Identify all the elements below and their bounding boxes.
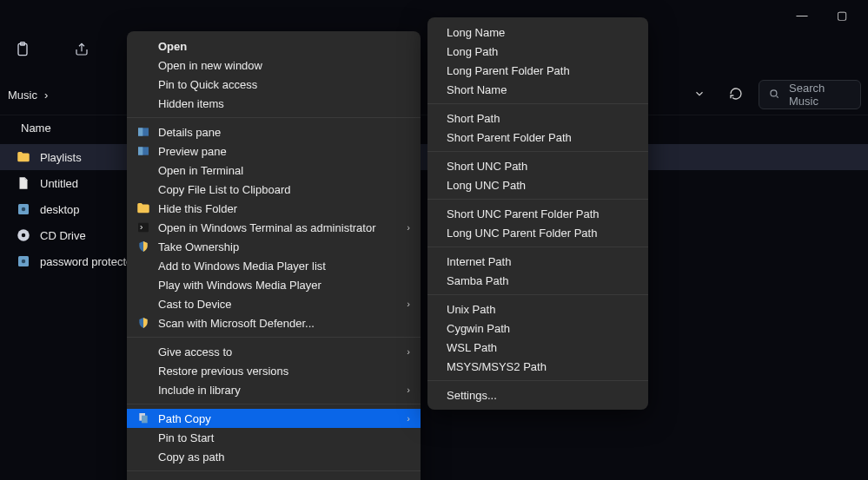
svg-rect-12 <box>138 147 142 155</box>
clipboard-button[interactable] <box>10 38 35 62</box>
menu-item[interactable]: Short Path <box>427 108 648 128</box>
menu-item-label: Preview pane <box>158 145 227 158</box>
config-icon <box>16 253 31 269</box>
menu-item-label: Long UNC Path <box>447 179 526 192</box>
menu-separator <box>427 151 648 152</box>
menu-item[interactable]: Unix Path <box>427 299 648 319</box>
menu-item[interactable]: Settings... <box>427 385 648 404</box>
menu-item[interactable]: Hide this Folder <box>127 199 421 218</box>
menu-item[interactable]: Short UNC Parent Folder Path <box>427 204 648 223</box>
menu-item-label: Short Path <box>447 112 500 125</box>
svg-point-4 <box>22 207 26 212</box>
menu-item-label: Short Parent Folder Path <box>447 131 572 144</box>
refresh-icon <box>729 87 743 103</box>
list-item-label: Playlists <box>40 151 82 164</box>
menu-item[interactable]: Cygwin Path <box>427 319 648 338</box>
menu-item-label: Details pane <box>158 126 221 139</box>
menu-item[interactable]: Path Copy› <box>127 409 421 428</box>
menu-separator <box>427 294 648 295</box>
menu-item-label: Short UNC Parent Folder Path <box>447 207 600 220</box>
minimize-button[interactable]: — <box>783 4 821 25</box>
menu-item[interactable]: Play with Windows Media Player <box>127 275 421 294</box>
menu-separator <box>427 103 648 104</box>
search-input[interactable]: Search Music <box>759 80 861 109</box>
menu-item[interactable]: Hidden items <box>127 94 421 113</box>
menu-item[interactable]: Take Ownership <box>127 237 421 256</box>
menu-separator <box>127 470 421 471</box>
maximize-icon: ▢ <box>837 9 847 22</box>
menu-item-label: Hidden items <box>158 97 224 110</box>
menu-item-label: MSYS/MSYS2 Path <box>447 360 547 373</box>
folder-icon <box>16 149 31 165</box>
menu-item-label: Short Name <box>447 83 507 96</box>
menu-item[interactable]: Long Path <box>427 42 648 61</box>
menu-separator <box>427 380 648 381</box>
search-placeholder: Search Music <box>789 82 851 108</box>
menu-item[interactable]: Copy File List to Clipboard <box>127 180 421 199</box>
menu-item[interactable]: Include in library› <box>127 380 421 399</box>
menu-item[interactable]: MSYS/MSYS2 Path <box>427 357 648 376</box>
address-history-button[interactable] <box>686 81 713 108</box>
menu-item-label: Samba Path <box>447 274 509 287</box>
list-item-label: Untitled <box>40 177 78 190</box>
menu-item[interactable]: Copy as path <box>127 447 421 466</box>
menu-item-label: Settings... <box>447 389 497 402</box>
breadcrumb-chevron-icon: › <box>44 89 48 102</box>
menu-item-label: Add to Windows Media Player list <box>158 260 326 273</box>
menu-item[interactable]: Samba Path <box>427 271 648 290</box>
menu-item[interactable]: Open in Windows Terminal as administrato… <box>127 218 421 237</box>
menu-item[interactable]: WSL Path <box>427 338 648 357</box>
menu-item[interactable]: Preview pane <box>127 141 421 161</box>
menu-item[interactable]: Long UNC Parent Folder Path <box>427 223 648 242</box>
pane-icon <box>136 143 151 159</box>
menu-item-label: Play with Windows Media Player <box>158 279 321 292</box>
folder-icon <box>136 201 151 216</box>
pane-icon <box>136 124 151 140</box>
menu-item[interactable]: Copy to folder... <box>127 476 421 480</box>
menu-item-label: Hide this Folder <box>158 202 237 215</box>
menu-item[interactable]: Short Parent Folder Path <box>427 128 648 147</box>
menu-item[interactable]: Scan with Microsoft Defender... <box>127 313 421 332</box>
shield-icon <box>136 239 151 254</box>
shield-icon <box>136 315 151 331</box>
refresh-button[interactable] <box>722 81 750 108</box>
menu-item[interactable]: Open in new window <box>127 56 421 75</box>
cd-icon <box>16 227 31 243</box>
maximize-button[interactable]: ▢ <box>823 4 861 25</box>
svg-rect-10 <box>138 128 142 135</box>
menu-item-label: Path Copy <box>158 412 211 425</box>
menu-item[interactable]: Pin to Quick access <box>127 75 421 94</box>
menu-item[interactable]: Add to Windows Media Player list <box>127 256 421 275</box>
svg-point-2 <box>771 89 777 95</box>
search-icon <box>768 88 780 102</box>
menu-item-label: Cygwin Path <box>447 322 510 335</box>
breadcrumb[interactable]: Music › <box>7 89 48 102</box>
menu-item-label: Long UNC Parent Folder Path <box>447 227 597 240</box>
menu-item[interactable]: Short Name <box>427 80 648 99</box>
term-icon <box>136 220 151 235</box>
menu-item[interactable]: Internet Path <box>427 252 648 271</box>
svg-rect-13 <box>138 223 149 233</box>
menu-item[interactable]: Restore previous versions <box>127 361 421 380</box>
menu-item[interactable]: Give access to› <box>127 342 421 361</box>
share-button[interactable] <box>70 38 94 62</box>
menu-item[interactable]: Short UNC Path <box>427 156 648 175</box>
menu-item[interactable]: Details pane <box>127 122 421 141</box>
menu-item[interactable]: Open <box>127 36 421 56</box>
chevron-right-icon: › <box>407 222 410 233</box>
menu-item[interactable]: Long UNC Path <box>427 175 648 194</box>
menu-item-label: Pin to Start <box>158 431 214 444</box>
menu-item[interactable]: Long Name <box>427 23 648 42</box>
menu-item[interactable]: Pin to Start <box>127 428 421 447</box>
context-menu: OpenOpen in new windowPin to Quick acces… <box>127 31 421 480</box>
doc-icon <box>16 175 31 191</box>
menu-item-label: Open in Terminal <box>158 164 243 177</box>
menu-item-label: Long Parent Folder Path <box>447 64 570 77</box>
menu-item[interactable]: Open in Terminal <box>127 161 421 180</box>
menu-item[interactable]: Long Parent Folder Path <box>427 61 648 80</box>
svg-point-8 <box>22 260 26 264</box>
breadcrumb-segment[interactable]: Music <box>8 89 37 102</box>
share-icon <box>74 42 89 60</box>
menu-item[interactable]: Cast to Device› <box>127 294 421 313</box>
chevron-down-icon <box>693 88 706 102</box>
